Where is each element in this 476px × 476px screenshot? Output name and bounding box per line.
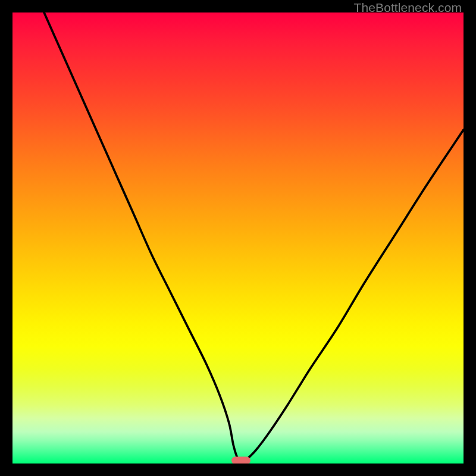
chart-frame: TheBottleneck.com [0,0,476,476]
curve-layer [12,12,464,464]
watermark-text: TheBottleneck.com [354,1,462,15]
optimum-marker [231,457,250,464]
plot-area [12,12,464,464]
bottleneck-curve [44,12,464,461]
